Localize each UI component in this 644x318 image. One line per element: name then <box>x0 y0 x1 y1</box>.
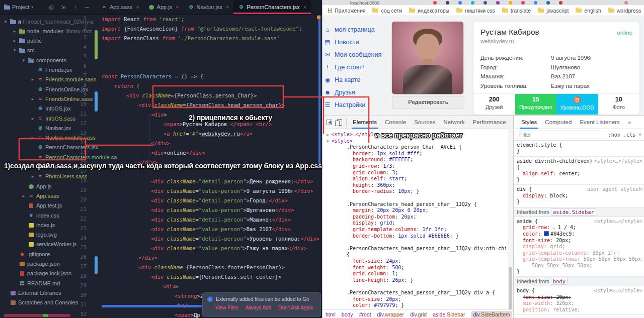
css-property[interactable]: display: grid; <box>517 244 642 250</box>
tab-styles[interactable]: Styles <box>518 116 540 129</box>
code-line-21: <div className="value-person">Шулганово<… <box>151 206 294 216</box>
css-property[interactable]: display: block; <box>517 193 642 199</box>
extension-icon[interactable] <box>458 1 462 5</box>
elements-line: { <box>347 252 350 258</box>
css-rule-element-style-[interactable]: element.style {} <box>514 141 644 157</box>
tab-computed[interactable]: Computed <box>541 116 575 129</box>
url-text[interactable]: localhost:3000 <box>350 1 379 5</box>
css-property[interactable]: position: relative; <box>517 307 642 313</box>
tab-event-listeners[interactable]: Event Listeners <box>576 116 623 129</box>
edit-button[interactable]: Редактировать <box>392 96 464 109</box>
devtools-tab-elements[interactable]: Elements <box>349 116 381 129</box>
elements-line: line-height: 26px; } <box>353 277 413 284</box>
breadcrumb-div.SideBarItem[interactable]: div.SideBarItem <box>471 311 512 318</box>
breadcrumb-#root[interactable]: #root <box>359 311 371 317</box>
bookmark-folder-translate[interactable]: translate <box>502 8 531 14</box>
extension-icon[interactable] <box>509 1 512 5</box>
css-property[interactable]: grid-template-columns: 30px 1fr; <box>517 250 642 256</box>
ide-window: Project ▾ ◎ ⇲ ⋮ ─ App.sass×App.js×Navbar… <box>0 0 322 318</box>
code-line-14: </div> <box>151 139 170 149</box>
css-property[interactable]: grid-template-rows: 50px 50px 50px 50px; <box>517 256 642 262</box>
css-property[interactable]: min-width: 320px; <box>517 300 642 306</box>
editor-vertical-scrollbar[interactable] <box>318 15 320 168</box>
devtools-panel: ElementsConsoleSourcesNetworkPerformance… <box>323 116 644 318</box>
menu-item-Друзья[interactable]: ☻Друзья <box>324 86 399 98</box>
bookmark-folder-javascript[interactable]: javascript <box>538 8 569 14</box>
stat-Предупредил[interactable]: 15Предупредил <box>515 94 557 115</box>
folder-icon <box>608 9 614 13</box>
inherited-chip-body[interactable]: body <box>551 278 568 285</box>
css-property[interactable]: color: #043ec9; <box>517 231 642 237</box>
extension-icon[interactable] <box>559 1 562 5</box>
extension-icon[interactable] <box>546 1 550 5</box>
elements-line: height: 360px; <box>353 182 395 189</box>
menu-item-моя страница[interactable]: ⌂моя страница <box>324 23 399 36</box>
device-toolbar-icon[interactable] <box>337 119 342 126</box>
devtools-tab-sources[interactable]: Sources <box>410 116 439 129</box>
cls-toggle[interactable]: .cls <box>623 132 635 138</box>
bookmark-folder-индексаторы[interactable]: индексаторы <box>409 8 449 14</box>
new-rule-button[interactable]: + <box>638 132 641 138</box>
css-rule-div-[interactable]: user agent stylesheetdiv {display: block… <box>514 185 644 207</box>
notification-text: Externally added files can be added to G… <box>216 296 309 302</box>
extension-icon[interactable] <box>496 1 500 5</box>
css-property[interactable]: font-size: 20px; <box>517 294 642 300</box>
stat-Фото[interactable]: 10Фото <box>598 94 640 115</box>
extension-icon[interactable] <box>471 1 474 5</box>
color-swatch[interactable] <box>544 231 549 236</box>
css-rule-body-[interactable]: <style>…</style>body {font-size: 20px;mi… <box>514 286 644 315</box>
menu-item-На карте[interactable]: ◉На карте <box>324 73 399 86</box>
extension-icon[interactable] <box>534 1 537 5</box>
extension-icon[interactable] <box>521 1 525 5</box>
css-property[interactable]: font-size: 20px; <box>517 238 642 244</box>
menu-item-Мои сообщения[interactable]: ✉Мои сообщения <box>324 48 399 61</box>
styles-rules[interactable]: element.style {}<style>…</style>aside di… <box>514 141 644 315</box>
css-property[interactable]: align-self: center; <box>517 171 642 177</box>
expand-arrow-icon[interactable]: ▸ <box>553 226 558 230</box>
extension-icon[interactable] <box>433 1 437 5</box>
avatar[interactable] <box>624 1 628 5</box>
css-property[interactable]: grid-row: ▸ 1 / 4; <box>517 225 642 231</box>
breadcrumb-body[interactable]: body <box>342 311 353 317</box>
profile-site-link[interactable]: webskydev.ru <box>480 38 514 44</box>
stat-Друзей[interactable]: 200Друзей <box>473 94 515 115</box>
browser-address-bar[interactable]: localhost:3000 <box>323 0 644 5</box>
breadcrumb-html[interactable]: html <box>326 311 336 317</box>
inspect-icon[interactable] <box>327 120 332 125</box>
stat-Уровень:GOD[interactable]: ♉Уровень:GOD <box>556 94 598 115</box>
elements-scrollbar[interactable] <box>508 129 513 309</box>
devtools-tab-network[interactable]: Network <box>439 116 468 129</box>
menu-item-Настройки[interactable]: ☰Настройки <box>324 98 399 111</box>
editor-code[interactable]: import React from 'react';import {FontAw… <box>0 0 322 318</box>
overflow-tabs-icon[interactable]: » <box>624 116 634 129</box>
detail-value: Шулганово <box>551 64 631 74</box>
view-files-link[interactable]: View Files <box>215 305 238 310</box>
code-line-32: <span>Др <box>175 311 200 318</box>
dont-ask-link[interactable]: Don't Ask Again <box>278 305 313 310</box>
extension-icon[interactable] <box>484 1 487 5</box>
extension-icon[interactable] <box>446 1 449 5</box>
css-rule-aside-div-nth-child-even-[interactable]: <style>…</style>aside div:nth-child(even… <box>514 157 644 185</box>
menu-item-Где стоят![interactable]: !Где стоят! <box>324 61 399 73</box>
folder-icon <box>576 9 582 13</box>
always-add-link[interactable]: Always Add <box>245 305 271 310</box>
inherited-chip-aside.Sidebar[interactable]: aside.Sidebar <box>551 208 596 216</box>
code-line-1: import React from 'react'; <box>102 15 184 25</box>
elements-tree[interactable]: ▶ <style>…</style>▼ <style>.PersonCharac… <box>323 129 508 309</box>
stylesheet-note: <style>…</style> <box>594 288 642 294</box>
hov-toggle[interactable]: :hov <box>608 132 620 138</box>
breadcrumb-div.wrapper[interactable]: div.wrapper <box>377 311 405 317</box>
devtools-tab-performance[interactable]: Performance <box>469 116 510 129</box>
styles-filter-input[interactable] <box>517 131 605 139</box>
menu-item-Новости[interactable]: ▤Новости <box>324 36 399 48</box>
apps-shortcut[interactable]: Приложения <box>328 8 365 14</box>
bookmark-folder-english[interactable]: english <box>576 8 601 14</box>
css-rule-aside-[interactable]: <style>…</style>aside {grid-row: ▸ 1 / 4… <box>514 217 644 277</box>
bookmark-folder-соц сети[interactable]: соц сети <box>372 8 402 14</box>
breadcrumb-aside.Sidebar[interactable]: aside.Sidebar <box>433 311 465 317</box>
bookmark-folder-wordpress[interactable]: wordpress <box>608 8 641 14</box>
bookmark-folder-ништяки css[interactable]: ништяки css <box>456 8 495 14</box>
breadcrumb-div.grid[interactable]: div.grid <box>410 311 427 317</box>
detail-label: Уровень топлива: <box>480 83 551 92</box>
devtools-tab-console[interactable]: Console <box>381 116 410 129</box>
